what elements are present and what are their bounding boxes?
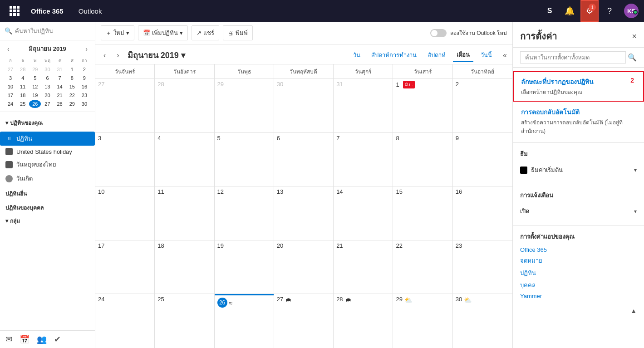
mini-day[interactable]: 28 <box>54 100 66 108</box>
app-settings-link-calendar[interactable]: ปฏิทิน <box>520 267 637 279</box>
cal-cell-today[interactable]: 26 ≈ <box>215 294 274 348</box>
mini-day[interactable]: 14 <box>54 83 66 91</box>
cal-cell[interactable]: 14 <box>334 186 393 240</box>
cal-cell[interactable]: 21 <box>334 240 393 294</box>
cal-cell[interactable]: 16 <box>453 186 512 240</box>
cal-cell[interactable]: 6 <box>274 133 334 186</box>
my-calendars-header[interactable]: ▾ ปฏิทินของคุณ <box>0 116 95 130</box>
app-settings-link-people[interactable]: บุคคล <box>520 279 637 291</box>
cal-cell[interactable]: 17 <box>95 240 155 294</box>
mini-day[interactable]: 30 <box>41 65 53 74</box>
cal-cell[interactable]: 19 <box>215 240 274 294</box>
new-event-button[interactable]: ＋ ใหม่ ▾ <box>101 25 134 40</box>
mini-day[interactable]: 17 <box>5 91 16 99</box>
mini-day[interactable]: 22 <box>66 91 78 99</box>
cal-cell[interactable]: 10 <box>95 186 155 240</box>
cal-cell[interactable]: 27 🌧 <box>274 294 334 348</box>
mini-cal-next[interactable]: › <box>83 44 90 54</box>
mini-day[interactable]: 13 <box>41 83 53 91</box>
help-button[interactable]: ? <box>600 0 619 22</box>
cal-cell[interactable]: 5 <box>215 133 274 186</box>
sidebar-search-input[interactable] <box>15 28 91 34</box>
mail-nav-button[interactable]: ✉ <box>5 334 12 344</box>
app-settings-link-office365[interactable]: Office 365 <box>520 245 637 255</box>
groups-header[interactable]: ▾ กลุ่ม <box>0 214 95 228</box>
mini-day[interactable]: 24 <box>5 100 16 108</box>
people-nav-button[interactable]: 👥 <box>37 334 47 344</box>
sidebar-item-thai-holiday[interactable]: วันหยุดของไทย <box>0 157 95 172</box>
mini-cal-prev[interactable]: ‹ <box>5 44 12 54</box>
cal-cell[interactable]: 7 <box>334 133 393 186</box>
mini-day[interactable]: 3 <box>5 74 16 82</box>
mini-day[interactable]: 29 <box>66 100 78 108</box>
outlook-label[interactable]: Outlook <box>71 0 109 22</box>
sidebar-item-calendar[interactable]: ป ปฏิทิน <box>0 132 95 146</box>
tasks-nav-button[interactable]: ✔ <box>54 334 61 344</box>
settings-item-calendar-appearance[interactable]: ลักษณะที่ปรากฏของปฏิทิน เลือกหน้าตาปฏิทิ… <box>513 71 644 102</box>
cal-cell[interactable]: 25 <box>155 294 214 348</box>
cal-next-button[interactable]: › <box>114 50 122 60</box>
cal-cell[interactable]: 27 <box>95 79 155 132</box>
tab-today[interactable]: วันนี้ <box>477 49 496 62</box>
cal-cell[interactable]: 29 ⛅ <box>393 294 452 348</box>
cal-cell[interactable]: 11 <box>155 186 214 240</box>
mini-day[interactable]: 11 <box>17 83 29 91</box>
cal-cell[interactable]: 13 <box>274 186 334 240</box>
sidebar-item-us-holiday[interactable]: United States holiday <box>0 146 95 157</box>
mini-day[interactable]: 28 <box>17 65 29 74</box>
share-button[interactable]: ↗ แชร์ <box>192 25 219 40</box>
cal-cell[interactable]: 30 <box>274 79 334 132</box>
cal-cell[interactable]: 20 <box>274 240 334 294</box>
tab-week[interactable]: สัปดาห์ <box>424 49 449 62</box>
mini-day[interactable]: 25 <box>17 100 29 108</box>
mini-day[interactable]: 9 <box>79 74 90 82</box>
calendar-month-title[interactable]: มิถุนายน 2019 ▾ <box>128 49 185 62</box>
mini-day[interactable]: 5 <box>29 74 41 82</box>
mini-day[interactable]: 10 <box>5 83 16 91</box>
mini-day[interactable]: 15 <box>66 83 78 91</box>
mini-day[interactable]: 20 <box>41 91 53 99</box>
settings-collapse-arrow[interactable]: ▲ <box>513 305 644 316</box>
other-cal-header[interactable]: ปฏิทินอื่น <box>0 186 95 200</box>
mini-day[interactable]: 12 <box>29 83 41 91</box>
mini-day[interactable]: 7 <box>54 74 66 82</box>
cal-cell[interactable]: 4 <box>155 133 214 186</box>
notifications-button[interactable]: 🔔 <box>560 0 579 22</box>
settings-button[interactable]: ⚙ 1 <box>580 0 599 22</box>
cal-cell[interactable]: 2 <box>453 79 512 132</box>
skype-button[interactable]: S <box>541 0 559 22</box>
cal-cell[interactable]: 24 <box>95 294 155 348</box>
settings-close-button[interactable]: × <box>632 32 637 41</box>
mini-day[interactable]: 6 <box>41 74 53 82</box>
tab-day[interactable]: วัน <box>349 49 364 62</box>
cal-cell[interactable]: 15 <box>393 186 452 240</box>
mini-day[interactable]: 16 <box>79 83 90 91</box>
theme-dropdown[interactable]: ▾ <box>634 167 637 173</box>
add-calendar-button[interactable]: 📅 เพิ่มปฏิทิน ▾ <box>138 25 188 40</box>
people-cal-header[interactable]: ปฏิทินของบุคคล <box>0 200 95 214</box>
sidebar-item-birthday[interactable]: วันเกิด <box>0 172 95 186</box>
mini-day[interactable]: 30 <box>79 100 90 108</box>
tab-work-week[interactable]: สัปดาห์การทำงาน <box>368 49 420 62</box>
mini-day[interactable]: 1 <box>66 65 78 74</box>
cal-cell[interactable]: 18 <box>155 240 214 294</box>
try-outlook-toggle[interactable] <box>430 29 447 37</box>
office365-label[interactable]: Office 365 <box>24 0 71 22</box>
cal-cell[interactable]: 22 <box>393 240 452 294</box>
mini-day-today[interactable]: 26 <box>29 100 41 108</box>
mini-day[interactable]: 21 <box>54 91 66 99</box>
cal-cell[interactable]: 28 🌧 <box>334 294 393 348</box>
calendar-nav-button[interactable]: 📅 <box>20 334 29 344</box>
mini-day[interactable]: 27 <box>41 100 53 108</box>
mini-day[interactable]: 8 <box>66 74 78 82</box>
cal-cell[interactable]: 23 <box>453 240 512 294</box>
mini-day[interactable]: 27 <box>5 65 16 74</box>
notification-dropdown[interactable]: ▾ <box>634 208 637 215</box>
cal-cell[interactable]: 8 <box>393 133 452 186</box>
mini-day[interactable]: 23 <box>79 91 90 99</box>
settings-search-icon[interactable]: 🔍 <box>628 53 637 62</box>
cal-cell[interactable]: 29 <box>215 79 274 132</box>
cal-cell[interactable]: 31 <box>334 79 393 132</box>
waffle-menu[interactable] <box>5 0 24 22</box>
cal-cell[interactable]: 12 <box>215 186 274 240</box>
